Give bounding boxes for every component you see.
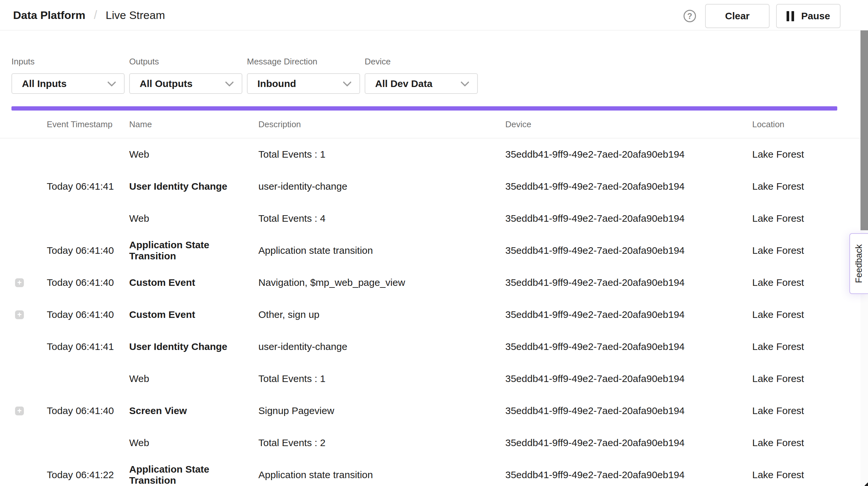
cell-description: Total Events : 1 (258, 149, 505, 160)
cell-description: Total Events : 2 (258, 437, 505, 448)
cell-name: Custom Event (129, 277, 258, 288)
table-row: Today 06:41:41 User Identity Change user… (0, 171, 868, 203)
cell-description: Application state transition (258, 245, 505, 256)
live-stream-progress-bar (11, 106, 837, 111)
cell-description: user-identity-change (258, 181, 505, 192)
table-row: Web Total Events : 1 35eddb41-9ff9-49e2-… (0, 363, 868, 395)
breadcrumb-separator: / (94, 8, 97, 22)
cell-device: 35eddb41-9ff9-49e2-7aed-20afa90eb194 (505, 149, 752, 160)
filter-inputs: Inputs All Inputs (11, 57, 125, 94)
cell-device: 35eddb41-9ff9-49e2-7aed-20afa90eb194 (505, 245, 752, 256)
cell-name: Custom Event (129, 309, 258, 320)
cell-description: Total Events : 1 (258, 373, 505, 384)
table-row: Today 06:41:41 User Identity Change user… (0, 331, 868, 363)
cell-description: Signup Pageview (258, 405, 505, 416)
cell-name: Web (129, 373, 258, 384)
cell-name: Application State Transition (129, 464, 258, 486)
cell-timestamp: Today 06:41:40 (47, 277, 129, 288)
table-body: Web Total Events : 1 35eddb41-9ff9-49e2-… (0, 138, 868, 486)
table-row: + Today 06:41:40 Screen View Signup Page… (0, 395, 868, 427)
pause-button-label: Pause (801, 10, 830, 22)
cell-description: Navigation, $mp_web_page_view (258, 277, 505, 288)
cell-name: Screen View (129, 405, 258, 416)
cell-timestamp: Today 06:41:41 (47, 181, 129, 192)
cell-timestamp: Today 06:41:41 (47, 341, 129, 352)
expand-button[interactable]: + (15, 278, 24, 287)
filter-inputs-label: Inputs (11, 57, 125, 67)
cell-expand: + (0, 406, 47, 415)
table-row: Web Total Events : 1 35eddb41-9ff9-49e2-… (0, 138, 868, 171)
cell-device: 35eddb41-9ff9-49e2-7aed-20afa90eb194 (505, 277, 752, 288)
column-header-location: Location (752, 119, 868, 129)
cell-location: Lake Forest (752, 437, 868, 448)
inputs-select[interactable]: All Inputs (11, 73, 125, 94)
feedback-tab-label: Feedback (854, 244, 864, 283)
cell-location: Lake Forest (752, 181, 868, 192)
cell-location: Lake Forest (752, 341, 868, 352)
column-header-event-timestamp: Event Timestamp (47, 119, 129, 129)
cell-description: Application state transition (258, 469, 505, 481)
cell-device: 35eddb41-9ff9-49e2-7aed-20afa90eb194 (505, 341, 752, 352)
feedback-tab[interactable]: Feedback (849, 233, 868, 294)
filter-outputs-label: Outputs (129, 57, 242, 67)
breadcrumb: Data Platform / Live Stream (13, 8, 684, 22)
message-direction-select-value: Inbound (257, 78, 296, 89)
cell-location: Lake Forest (752, 309, 868, 320)
cell-location: Lake Forest (752, 405, 868, 416)
topbar-actions: ? Clear Pause (684, 4, 840, 28)
cell-name: User Identity Change (129, 341, 258, 352)
expand-button[interactable]: + (15, 406, 24, 415)
column-header-description: Description (258, 119, 505, 129)
cell-name: Web (129, 213, 258, 224)
cell-location: Lake Forest (752, 469, 868, 481)
cell-device: 35eddb41-9ff9-49e2-7aed-20afa90eb194 (505, 437, 752, 448)
clear-button-label: Clear (725, 10, 750, 22)
cell-location: Lake Forest (752, 373, 868, 384)
cell-location: Lake Forest (752, 213, 868, 224)
filters-bar: Inputs All Inputs Outputs All Outputs Me… (0, 57, 868, 94)
cell-timestamp: Today 06:41:22 (47, 469, 129, 481)
cell-device: 35eddb41-9ff9-49e2-7aed-20afa90eb194 (505, 181, 752, 192)
cell-name: Web (129, 437, 258, 448)
table-row: Web Total Events : 4 35eddb41-9ff9-49e2-… (0, 203, 868, 235)
column-header-name: Name (129, 119, 258, 129)
clear-button[interactable]: Clear (705, 4, 770, 28)
cell-device: 35eddb41-9ff9-49e2-7aed-20afa90eb194 (505, 405, 752, 416)
filter-device: Device All Dev Data (365, 57, 478, 94)
cell-location: Lake Forest (752, 149, 868, 160)
cell-name: User Identity Change (129, 181, 258, 192)
cell-description: Total Events : 4 (258, 213, 505, 224)
chevron-down-icon (107, 78, 116, 87)
cell-expand: + (0, 310, 47, 319)
outputs-select-value: All Outputs (140, 78, 193, 89)
filter-device-label: Device (365, 57, 478, 67)
chevron-down-icon (343, 78, 351, 87)
scrollbar-thumb[interactable] (861, 30, 868, 230)
cell-timestamp: Today 06:41:40 (47, 245, 129, 256)
device-select[interactable]: All Dev Data (365, 73, 478, 94)
inputs-select-value: All Inputs (22, 78, 67, 89)
chevron-down-icon (225, 78, 234, 87)
column-header-device: Device (505, 119, 752, 129)
pause-icon (786, 11, 794, 21)
message-direction-select[interactable]: Inbound (247, 73, 360, 94)
events-table: Event Timestamp Name Description Device … (0, 111, 868, 486)
filter-message-direction-label: Message Direction (247, 57, 360, 67)
cell-device: 35eddb41-9ff9-49e2-7aed-20afa90eb194 (505, 373, 752, 384)
table-row: Web Total Events : 2 35eddb41-9ff9-49e2-… (0, 427, 868, 459)
chevron-down-icon (461, 78, 469, 87)
expand-button[interactable]: + (15, 310, 24, 319)
cell-description: Other, sign up (258, 309, 505, 320)
outputs-select[interactable]: All Outputs (129, 73, 242, 94)
table-row: Today 06:41:22 Application State Transit… (0, 459, 868, 486)
table-row: Today 06:41:40 Application State Transit… (0, 235, 868, 267)
cell-name: Application State Transition (129, 239, 258, 262)
breadcrumb-data-platform[interactable]: Data Platform (13, 9, 85, 22)
table-header-row: Event Timestamp Name Description Device … (0, 111, 868, 138)
cell-device: 35eddb41-9ff9-49e2-7aed-20afa90eb194 (505, 309, 752, 320)
filter-message-direction: Message Direction Inbound (247, 57, 360, 94)
page-title: Live Stream (106, 9, 165, 22)
help-icon[interactable]: ? (684, 10, 696, 22)
table-row: + Today 06:41:40 Custom Event Navigation… (0, 267, 868, 299)
pause-button[interactable]: Pause (776, 4, 840, 28)
